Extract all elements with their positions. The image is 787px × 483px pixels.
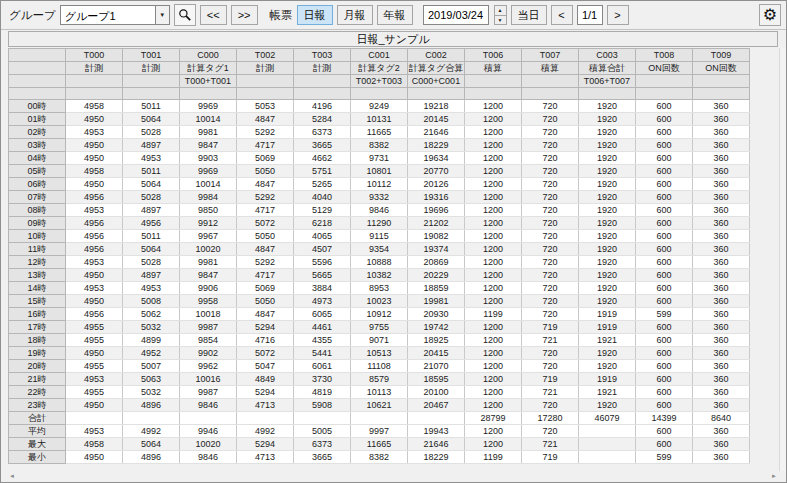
- column-type: 計測: [294, 62, 351, 75]
- value-cell: 600: [636, 139, 693, 152]
- value-cell: [237, 412, 294, 425]
- value-cell: 360: [693, 126, 750, 139]
- value-cell: 6373: [294, 126, 351, 139]
- table-row: 21時4953506310016484937308579185951200719…: [9, 373, 750, 386]
- chevron-down-icon[interactable]: ▼: [155, 6, 169, 24]
- page-next-button[interactable]: >: [607, 5, 629, 25]
- row-label: 23時: [9, 399, 66, 412]
- value-cell: 10020: [180, 243, 237, 256]
- value-cell: 360: [693, 308, 750, 321]
- value-cell: 4950: [66, 347, 123, 360]
- next-group-button[interactable]: >>: [231, 5, 258, 25]
- date-field[interactable]: 2019/03/24: [423, 5, 489, 25]
- value-cell: 18859: [408, 282, 465, 295]
- value-cell: 20126: [408, 178, 465, 191]
- value-cell: 360: [693, 152, 750, 165]
- row-label: 19時: [9, 347, 66, 360]
- value-cell: 719: [522, 373, 579, 386]
- value-cell: 20770: [408, 165, 465, 178]
- value-cell: 5751: [294, 165, 351, 178]
- value-cell: 4955: [66, 386, 123, 399]
- value-cell: 4461: [294, 321, 351, 334]
- value-cell: 1200: [465, 113, 522, 126]
- value-cell: 5007: [123, 360, 180, 373]
- value-cell: 1200: [465, 295, 522, 308]
- spinner-down-icon[interactable]: ▼: [494, 16, 507, 26]
- today-button[interactable]: 当日: [511, 5, 547, 25]
- table-row: 合計287991728046079143998640: [9, 412, 750, 425]
- value-cell: 600: [636, 256, 693, 269]
- value-cell: 1200: [465, 243, 522, 256]
- column-id: T007: [522, 49, 579, 62]
- row-label: 13時: [9, 269, 66, 282]
- value-cell: 4897: [123, 139, 180, 152]
- value-cell: 20869: [408, 256, 465, 269]
- value-cell: 1199: [465, 451, 522, 464]
- value-cell: 1920: [579, 139, 636, 152]
- value-cell: 720: [522, 425, 579, 438]
- page-indicator: 1/1: [577, 5, 603, 25]
- search-button[interactable]: [174, 4, 196, 26]
- header-spacer: [351, 88, 408, 100]
- settings-button[interactable]: ⚙: [759, 4, 781, 26]
- value-cell: 360: [693, 282, 750, 295]
- value-cell: 20415: [408, 347, 465, 360]
- value-cell: 4950: [66, 139, 123, 152]
- tab-yearly-report[interactable]: 年報: [377, 5, 413, 25]
- value-cell: 9846: [180, 451, 237, 464]
- report-area: T000T001C000T002T003C001C002T006T007C003…: [8, 48, 779, 471]
- column-id: C000: [180, 49, 237, 62]
- column-id: C003: [579, 49, 636, 62]
- value-cell: 1919: [579, 308, 636, 321]
- value-cell: 4716: [237, 334, 294, 347]
- scroll-right-icon[interactable]: ►: [771, 473, 777, 479]
- row-label: 14時: [9, 282, 66, 295]
- column-type: 計測: [237, 62, 294, 75]
- value-cell: 5072: [237, 217, 294, 230]
- vertical-scrollbar[interactable]: [779, 48, 786, 471]
- value-cell: 18595: [408, 373, 465, 386]
- prev-group-button[interactable]: <<: [200, 5, 227, 25]
- horizontal-scrollbar[interactable]: ◄ ►: [1, 471, 786, 480]
- value-cell: 4847: [237, 178, 294, 191]
- tab-monthly-report[interactable]: 月報: [337, 5, 373, 25]
- table-row: 15時4950500899585050497310023199811200720…: [9, 295, 750, 308]
- value-cell: 11665: [351, 126, 408, 139]
- value-cell: 720: [522, 399, 579, 412]
- value-cell: 4847: [237, 243, 294, 256]
- table-row: 04時4950495399035069466297311963412007201…: [9, 152, 750, 165]
- value-cell: 9731: [351, 152, 408, 165]
- column-type: 積算合計: [579, 62, 636, 75]
- value-cell: 4065: [294, 230, 351, 243]
- value-cell: 4717: [237, 269, 294, 282]
- tab-daily-report[interactable]: 日報: [297, 5, 333, 25]
- value-cell: 4507: [294, 243, 351, 256]
- value-cell: 9847: [180, 139, 237, 152]
- value-cell: 4953: [123, 152, 180, 165]
- value-cell: 360: [693, 451, 750, 464]
- page-prev-button[interactable]: <: [551, 5, 573, 25]
- value-cell: 360: [693, 178, 750, 191]
- scroll-left-icon[interactable]: ◄: [9, 473, 15, 479]
- table-row: 13時4950489798474717566510382202291200720…: [9, 269, 750, 282]
- row-label: 平均: [9, 425, 66, 438]
- row-label: 09時: [9, 217, 66, 230]
- group-combobox[interactable]: グループ1 ▼: [60, 5, 170, 25]
- date-spinner[interactable]: ▲ ▼: [494, 5, 507, 25]
- value-cell: 1919: [579, 373, 636, 386]
- spinner-up-icon[interactable]: ▲: [494, 5, 507, 16]
- value-cell: 600: [636, 152, 693, 165]
- value-cell: 8579: [351, 373, 408, 386]
- report-type-label: 帳票: [270, 8, 293, 23]
- value-cell: 4956: [66, 243, 123, 256]
- value-cell: 9987: [180, 321, 237, 334]
- value-cell: 46079: [579, 412, 636, 425]
- value-cell: 9946: [180, 425, 237, 438]
- value-cell: 4713: [237, 451, 294, 464]
- row-label: 17時: [9, 321, 66, 334]
- column-id: T006: [465, 49, 522, 62]
- value-cell: 719: [522, 451, 579, 464]
- value-cell: 1920: [579, 256, 636, 269]
- value-cell: 4717: [237, 139, 294, 152]
- value-cell: 5050: [237, 230, 294, 243]
